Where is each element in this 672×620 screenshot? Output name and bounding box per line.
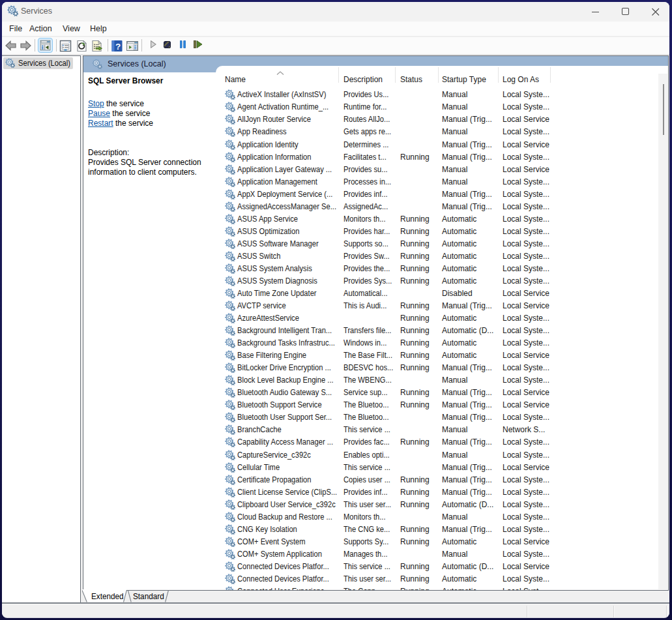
svg-text:?: ?	[115, 42, 121, 52]
